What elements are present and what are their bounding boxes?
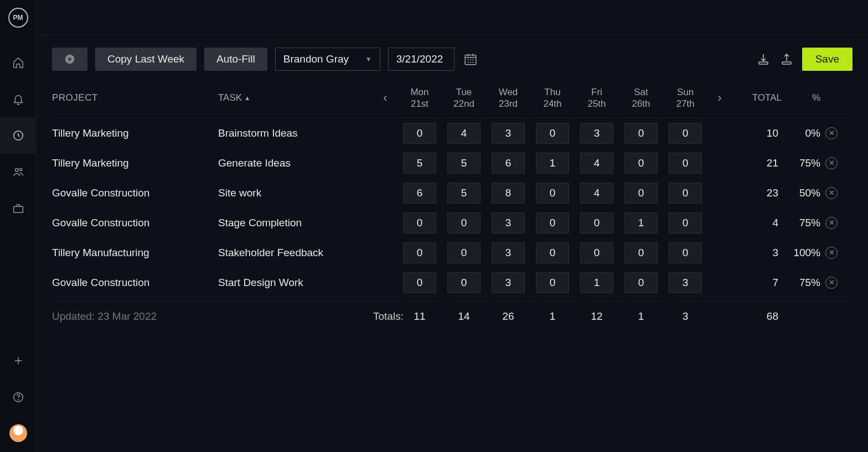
hours-input[interactable]: 0 <box>669 153 702 174</box>
hours-input[interactable]: 3 <box>492 212 525 233</box>
timesheet-row: Govalle ConstructionSite work65804002350… <box>52 178 852 208</box>
hours-input[interactable]: 8 <box>492 183 525 204</box>
timesheet-grid: PROJECT TASK ▲ ‹ Mon21st Tue22nd Wed23rd… <box>37 81 868 331</box>
hours-input[interactable]: 5 <box>447 153 480 174</box>
task-cell: Stage Completion <box>218 217 373 229</box>
hours-input[interactable]: 3 <box>492 123 525 144</box>
sort-asc-icon: ▲ <box>244 95 250 101</box>
user-avatar[interactable] <box>9 424 27 442</box>
hours-input[interactable]: 0 <box>624 272 658 293</box>
svg-point-2 <box>19 168 22 171</box>
hours-input[interactable]: 4 <box>580 183 613 204</box>
total-sun: 3 <box>663 310 707 323</box>
hours-input[interactable]: 0 <box>669 123 702 144</box>
project-cell: Tillery Marketing <box>52 157 218 169</box>
download-icon[interactable] <box>756 51 771 67</box>
task-header[interactable]: TASK ▲ <box>218 92 373 103</box>
delete-row-button[interactable]: ✕ <box>825 277 838 289</box>
updated-label: Updated: 23 Mar 2022 <box>52 310 218 323</box>
hours-input[interactable]: 0 <box>536 272 569 293</box>
day-head-tue: Tue22nd <box>442 86 486 110</box>
calendar-icon[interactable] <box>462 51 479 67</box>
svg-point-5 <box>18 399 18 400</box>
upload-icon[interactable] <box>779 51 794 67</box>
hours-input[interactable]: 0 <box>447 242 480 263</box>
hours-input[interactable]: 0 <box>580 242 613 263</box>
save-button[interactable]: Save <box>802 48 852 71</box>
hours-input[interactable]: 0 <box>536 242 569 263</box>
total-thu: 1 <box>530 310 575 323</box>
nav-people-icon[interactable] <box>0 154 37 190</box>
delete-row-button[interactable]: ✕ <box>825 157 838 169</box>
day-head-thu: Thu24th <box>530 86 575 110</box>
nav-home-icon[interactable] <box>0 44 37 81</box>
topbar-spacer <box>37 0 868 35</box>
hours-input[interactable]: 0 <box>624 123 658 144</box>
task-header-label: TASK <box>218 92 242 103</box>
hours-input[interactable]: 5 <box>403 153 436 174</box>
hours-input[interactable]: 1 <box>624 212 658 233</box>
toolbar: Copy Last Week Auto-Fill Brandon Gray ▼ … <box>37 35 868 81</box>
hours-input[interactable]: 4 <box>580 153 613 174</box>
hours-input[interactable]: 5 <box>447 183 480 204</box>
add-row-button[interactable] <box>52 48 87 71</box>
project-cell: Govalle Construction <box>52 217 218 229</box>
percent-header: % <box>782 92 820 103</box>
hours-input[interactable]: 0 <box>447 272 480 293</box>
total-fri: 12 <box>575 310 619 323</box>
hours-input[interactable]: 3 <box>492 272 525 293</box>
task-cell: Generate Ideas <box>218 157 373 169</box>
hours-input[interactable]: 0 <box>536 183 569 204</box>
hours-input[interactable]: 0 <box>669 183 702 204</box>
project-cell: Tillery Marketing <box>52 127 218 139</box>
project-header[interactable]: PROJECT <box>52 92 218 103</box>
hours-input[interactable]: 0 <box>536 123 569 144</box>
hours-input[interactable]: 0 <box>624 242 658 263</box>
hours-input[interactable]: 0 <box>536 212 569 233</box>
total-sat: 1 <box>619 310 663 323</box>
task-cell: Start Design Work <box>218 277 373 289</box>
row-percent: 75% <box>782 277 820 289</box>
nav-briefcase-icon[interactable] <box>0 190 37 227</box>
delete-row-button[interactable]: ✕ <box>825 247 838 259</box>
nav-bell-icon[interactable] <box>0 81 37 117</box>
row-percent: 50% <box>782 187 820 199</box>
task-cell: Site work <box>218 187 373 199</box>
hours-input[interactable]: 6 <box>403 183 436 204</box>
delete-row-button[interactable]: ✕ <box>825 217 838 229</box>
next-week-button[interactable]: › <box>707 91 732 105</box>
project-cell: Govalle Construction <box>52 277 218 289</box>
row-total: 4 <box>732 217 782 229</box>
hours-input[interactable]: 0 <box>624 153 658 174</box>
hours-input[interactable]: 3 <box>669 272 702 293</box>
hours-input[interactable]: 6 <box>492 153 525 174</box>
hours-input[interactable]: 3 <box>580 123 613 144</box>
hours-input[interactable]: 0 <box>580 212 613 233</box>
prev-week-button[interactable]: ‹ <box>373 91 397 105</box>
hours-input[interactable]: 1 <box>536 153 569 174</box>
date-input[interactable]: 3/21/2022 <box>388 48 454 71</box>
sidebar: PM <box>0 0 37 452</box>
hours-input[interactable]: 0 <box>403 242 436 263</box>
nav-add-icon[interactable] <box>0 342 37 379</box>
hours-input[interactable]: 0 <box>669 212 702 233</box>
user-select[interactable]: Brandon Gray ▼ <box>275 48 380 71</box>
hours-input[interactable]: 0 <box>403 123 436 144</box>
hours-input[interactable]: 0 <box>403 272 436 293</box>
row-percent: 0% <box>782 127 820 139</box>
hours-input[interactable]: 0 <box>624 183 658 204</box>
hours-input[interactable]: 1 <box>580 272 613 293</box>
nav-help-icon[interactable] <box>0 379 37 415</box>
copy-last-week-button[interactable]: Copy Last Week <box>95 48 197 71</box>
hours-input[interactable]: 4 <box>447 123 480 144</box>
task-cell: Brainstorm Ideas <box>218 127 373 139</box>
hours-input[interactable]: 0 <box>669 242 702 263</box>
hours-input[interactable]: 0 <box>447 212 480 233</box>
totals-label: Totals: <box>373 310 397 323</box>
nav-time-icon[interactable] <box>0 117 37 154</box>
delete-row-button[interactable]: ✕ <box>825 187 838 199</box>
auto-fill-button[interactable]: Auto-Fill <box>204 48 267 71</box>
hours-input[interactable]: 3 <box>492 242 525 263</box>
delete-row-button[interactable]: ✕ <box>825 127 838 139</box>
hours-input[interactable]: 0 <box>403 212 436 233</box>
